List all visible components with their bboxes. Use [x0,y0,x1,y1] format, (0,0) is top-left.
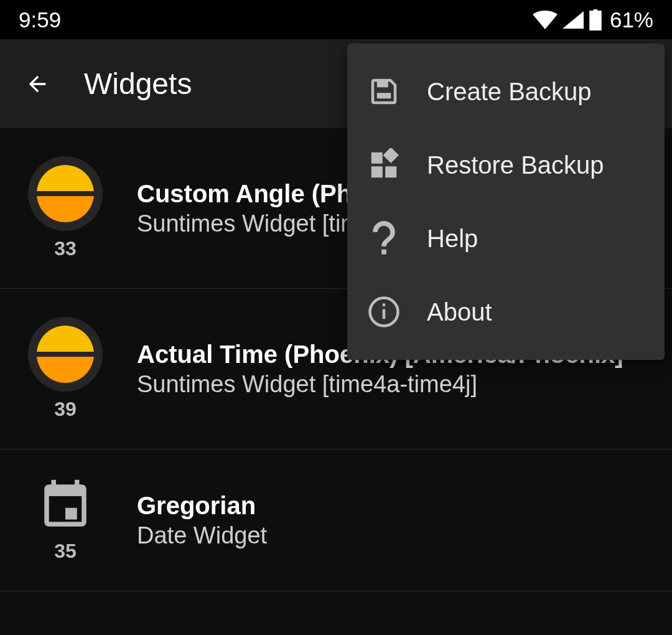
svg-rect-2 [592,19,599,29]
svg-rect-10 [383,304,386,307]
svg-rect-5 [371,166,383,177]
status-bar: 9:59 61% [0,0,672,39]
signal-icon [562,11,584,29]
widget-text: Gregorian Date Widget [137,492,267,549]
widgets-icon [366,147,402,183]
menu-label: Help [427,225,478,253]
widget-id: 39 [54,398,77,421]
menu-item-create-backup[interactable]: Create Backup [347,55,665,128]
svg-rect-3 [65,508,77,520]
battery-percent: 61% [610,7,653,32]
svg-rect-9 [383,309,386,319]
info-icon [366,294,402,330]
menu-label: Restore Backup [427,151,604,179]
menu-item-restore-backup[interactable]: Restore Backup [347,128,665,202]
calendar-icon [37,477,93,534]
svg-rect-4 [371,153,383,164]
svg-rect-6 [385,166,396,177]
status-right: 61% [533,7,653,32]
menu-label: About [427,298,492,326]
menu-item-help[interactable]: Help [347,202,665,275]
widget-subtitle: Suntimes Widget [time4a-time4j] [137,371,623,398]
back-button[interactable] [25,72,50,96]
widget-subtitle: Date Widget [137,522,267,549]
widget-id: 33 [54,237,77,260]
widget-title: Gregorian [137,492,267,520]
page-title: Widgets [84,67,192,101]
overflow-menu: Create Backup Restore Backup Help About [347,44,665,360]
sun-icon [28,317,103,392]
menu-item-about[interactable]: About [347,275,665,349]
battery-icon [589,9,602,31]
widget-icon-wrap: 33 [28,156,103,260]
status-time: 9:59 [19,7,61,32]
widget-icon-wrap: 39 [28,317,103,421]
widget-icon-wrap: 35 [28,477,103,563]
help-icon [366,220,402,256]
wifi-icon [533,11,558,29]
sun-icon [28,156,103,231]
menu-label: Create Backup [427,78,592,106]
widget-id: 35 [54,540,77,563]
save-icon [366,73,402,110]
widget-list-item[interactable]: 35 Gregorian Date Widget [0,449,672,591]
